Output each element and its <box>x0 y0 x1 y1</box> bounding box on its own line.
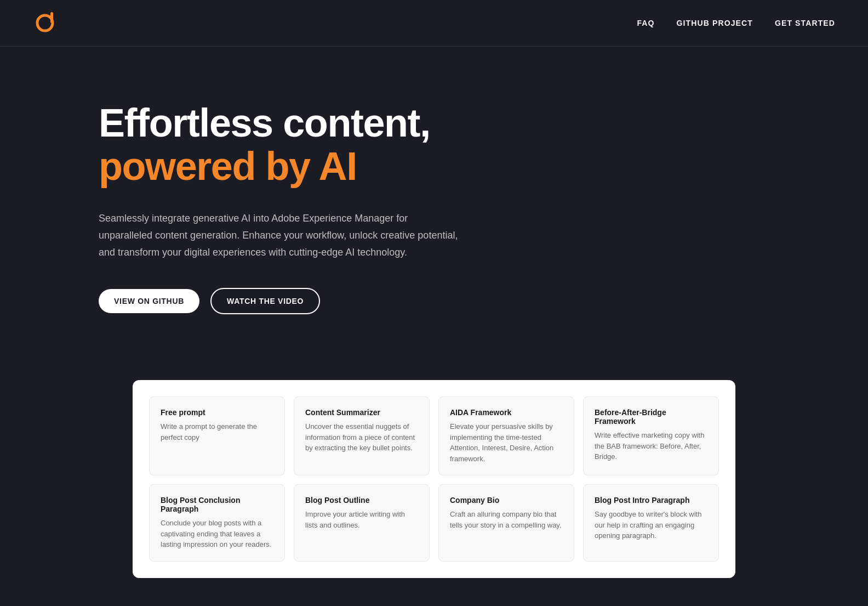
card-title: AIDA Framework <box>450 408 563 417</box>
card-title: Before-After-Bridge Framework <box>595 408 707 426</box>
nav-links: FAQ GITHUB PROJECT GET STARTED <box>637 19 835 27</box>
card-item[interactable]: Free prompt Write a prompt to generate t… <box>149 397 285 475</box>
svg-point-0 <box>37 15 53 31</box>
card-item[interactable]: Before-After-Bridge Framework Write effe… <box>583 397 719 475</box>
card-title: Blog Post Intro Paragraph <box>595 496 707 505</box>
watch-video-button[interactable]: WATCH THE VIDEO <box>210 288 320 314</box>
card-item[interactable]: Company Bio Craft an alluring company bi… <box>438 484 574 562</box>
card-description: Write effective marketing copy with the … <box>595 430 707 462</box>
card-item[interactable]: Blog Post Conclusion Paragraph Conclude … <box>149 484 285 562</box>
card-title: Blog Post Conclusion Paragraph <box>161 496 273 513</box>
card-item[interactable]: Content Summarizer Uncover the essential… <box>294 397 430 475</box>
nav-get-started[interactable]: GET STARTED <box>775 19 835 27</box>
view-on-github-button[interactable]: VIEW ON GITHUB <box>99 289 199 313</box>
card-description: Elevate your persuasive skills by implem… <box>450 421 563 464</box>
nav-github-project[interactable]: GITHUB PROJECT <box>677 19 753 27</box>
card-description: Say goodbye to writer's block with our h… <box>595 509 707 541</box>
card-title: Content Summarizer <box>305 408 418 417</box>
hero-description: Seamlessly integrate generative AI into … <box>99 210 460 260</box>
navbar: FAQ GITHUB PROJECT GET STARTED <box>0 0 868 47</box>
card-item[interactable]: AIDA Framework Elevate your persuasive s… <box>438 397 574 475</box>
card-description: Craft an alluring company bio that tells… <box>450 509 563 530</box>
card-description: Uncover the essential nuggets of informa… <box>305 421 418 454</box>
card-description: Conclude your blog posts with a captivat… <box>161 518 273 550</box>
card-description: Write a prompt to generate the perfect c… <box>161 421 273 443</box>
hero-section: Effortless content, powered by AI Seamle… <box>0 47 868 358</box>
card-title: Free prompt <box>161 408 273 417</box>
card-title: Company Bio <box>450 496 563 505</box>
svg-rect-1 <box>50 12 53 23</box>
nav-faq[interactable]: FAQ <box>637 19 654 27</box>
hero-title-white: Effortless content, <box>99 101 460 145</box>
hero-buttons: VIEW ON GITHUB WATCH THE VIDEO <box>99 288 460 314</box>
cards-container: Free prompt Write a prompt to generate t… <box>133 380 735 578</box>
logo-icon <box>33 10 59 36</box>
card-item[interactable]: Blog Post Intro Paragraph Say goodbye to… <box>583 484 719 562</box>
cards-section: Free prompt Write a prompt to generate t… <box>0 380 868 606</box>
hero-title-orange: powered by AI <box>99 145 460 188</box>
logo[interactable] <box>33 10 59 36</box>
card-description: Improve your article writing with lists … <box>305 509 418 530</box>
card-item[interactable]: Blog Post Outline Improve your article w… <box>294 484 430 562</box>
card-title: Blog Post Outline <box>305 496 418 505</box>
